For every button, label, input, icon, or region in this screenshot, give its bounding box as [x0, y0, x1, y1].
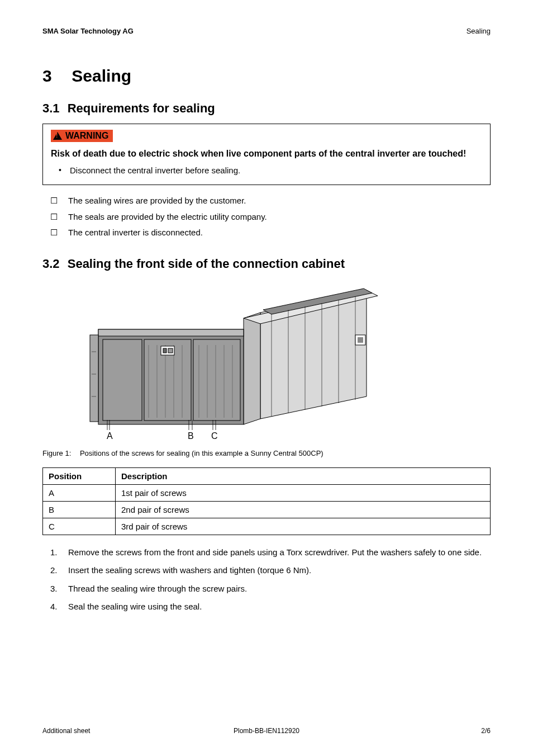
- step-item: Remove the screws from the front and sid…: [68, 546, 491, 559]
- table-cell-position: B: [43, 501, 116, 518]
- table-row: C 3rd pair of screws: [43, 518, 491, 535]
- warning-heading: Risk of death due to electric shock when…: [51, 148, 482, 160]
- section-3-2-heading: 3.2 Sealing the front side of the connec…: [42, 257, 491, 271]
- header-section: Sealing: [467, 27, 491, 35]
- svg-rect-29: [168, 348, 173, 353]
- section-3-1-title: Requirements for sealing: [68, 101, 215, 115]
- chapter-heading: 3 Sealing: [42, 67, 491, 86]
- section-3-2-title: Sealing the front side of the connection…: [68, 257, 345, 271]
- warning-box: WARNING Risk of death due to electric sh…: [42, 124, 491, 185]
- table-cell-position: C: [43, 518, 116, 535]
- warning-label-text: WARNING: [65, 131, 108, 141]
- cabinet-diagram: A B C: [76, 279, 383, 441]
- table-row: A 1st pair of screws: [43, 484, 491, 501]
- warning-bullet-item: Disconnect the central inverter before s…: [70, 164, 482, 177]
- footer-doc-id: Plomb-BB-IEN112920: [234, 727, 299, 735]
- header-company: SMA Solar Technology AG: [42, 27, 134, 35]
- footer-page-number: 2/6: [481, 727, 491, 735]
- chapter-number: 3: [42, 67, 67, 86]
- position-table: Position Description A 1st pair of screw…: [42, 467, 491, 535]
- svg-rect-28: [163, 348, 166, 353]
- svg-rect-30: [90, 335, 98, 422]
- requirements-checklist: The sealing wires are provided by the cu…: [42, 193, 491, 241]
- table-row: B 2nd pair of screws: [43, 501, 491, 518]
- section-3-2-number: 3.2: [42, 257, 60, 271]
- figure-caption: Figure 1: Positions of the screws for se…: [42, 449, 491, 457]
- figure-callout-a: A: [107, 431, 113, 441]
- section-3-1-heading: 3.1 Requirements for sealing: [42, 101, 491, 116]
- step-item: Insert the sealing screws with washers a…: [68, 564, 491, 577]
- figure-caption-text: Positions of the screws for sealing (in …: [80, 449, 323, 457]
- page-header: SMA Solar Technology AG Sealing: [42, 27, 491, 35]
- section-3-1-number: 3.1: [42, 101, 60, 116]
- warning-label: WARNING: [51, 130, 113, 142]
- step-item: Seal the sealing wire using the seal.: [68, 601, 491, 613]
- table-cell-description: 3rd pair of screws: [116, 518, 491, 535]
- checklist-item: The sealing wires are provided by the cu…: [68, 193, 491, 209]
- checklist-item: The seals are provided by the electric u…: [68, 209, 491, 225]
- figure-callout-b: B: [188, 431, 194, 441]
- figure-callout-c: C: [211, 431, 218, 441]
- warning-triangle-icon: [53, 132, 62, 140]
- figure-1: A B C Figure 1: Positions of the screws …: [42, 279, 491, 457]
- table-cell-position: A: [43, 484, 116, 501]
- svg-marker-1: [244, 313, 260, 424]
- figure-label: Figure 1:: [42, 449, 71, 457]
- step-item: Thread the sealing wire through the scre…: [68, 583, 491, 596]
- warning-bullet-list: Disconnect the central inverter before s…: [51, 164, 482, 177]
- procedure-steps: Remove the screws from the front and sid…: [42, 546, 491, 613]
- checklist-item: The central inverter is disconnected.: [68, 225, 491, 241]
- page-footer: Additional sheet Plomb-BB-IEN112920 2/6: [42, 727, 491, 735]
- table-header-description: Description: [116, 467, 491, 484]
- chapter-title: Sealing: [72, 67, 131, 85]
- table-header-row: Position Description: [43, 467, 491, 484]
- table-cell-description: 1st pair of screws: [116, 484, 491, 501]
- svg-rect-16: [193, 339, 240, 420]
- footer-left: Additional sheet: [42, 727, 90, 735]
- table-header-position: Position: [43, 467, 116, 484]
- svg-rect-13: [98, 329, 244, 336]
- svg-rect-14: [103, 339, 142, 420]
- table-cell-description: 2nd pair of screws: [116, 501, 491, 518]
- svg-rect-11: [358, 337, 363, 343]
